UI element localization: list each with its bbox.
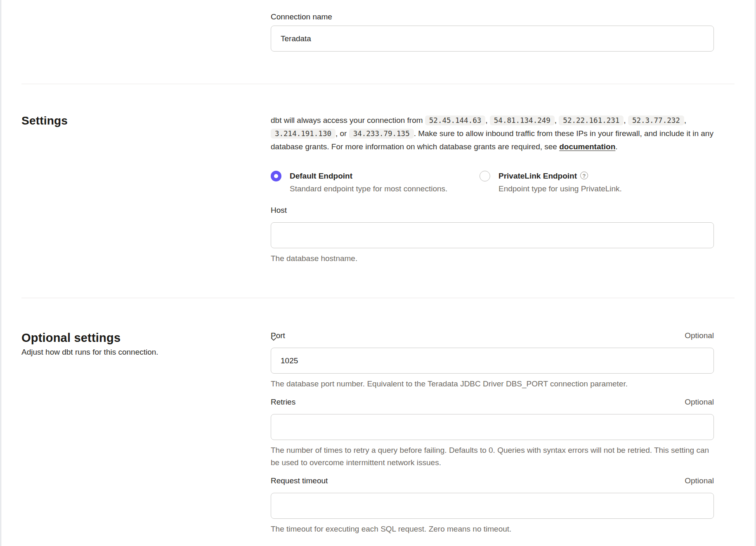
ip-address-badge: 54.81.134.249 [490, 115, 555, 125]
ip-address-badge: 52.3.77.232 [628, 115, 684, 125]
endpoint-option-privatelink-endpoint[interactable]: PrivateLink Endpoint?Endpoint type for u… [480, 169, 714, 195]
optional-badge: Optional [685, 397, 714, 407]
retries-input[interactable] [271, 414, 714, 440]
port-input[interactable] [271, 348, 714, 374]
request-timeout-label-row: Request timeoutOptional [271, 475, 714, 490]
optional-settings-section: Optional settings Adjust how dbt runs fo… [21, 298, 735, 542]
connection-name-label: Connection name [271, 12, 714, 22]
host-field: Host The database hostname. [271, 205, 714, 265]
retries-helper-text: The number of times to retry a query bef… [271, 444, 714, 469]
endpoint-option-default-endpoint[interactable]: Default EndpointStandard endpoint type f… [271, 169, 480, 195]
request-timeout-helper-text: The timeout for executing each SQL reque… [271, 523, 714, 535]
retries-label: Retries [271, 397, 295, 407]
retries-field: RetriesOptionalThe number of times to re… [271, 397, 714, 469]
ip-allowlist-notice: dbt will always access your connection f… [271, 114, 714, 153]
host-input[interactable] [271, 222, 714, 248]
host-label: Host [271, 205, 287, 216]
request-timeout-label: Request timeout [271, 475, 328, 486]
page: Connection name Settings dbt will always… [0, 0, 756, 546]
host-helper-text: The database hostname. [271, 252, 714, 265]
documentation-link[interactable]: documentation [559, 142, 615, 151]
request-timeout-input[interactable] [271, 493, 714, 519]
ip-address-badge: 3.214.191.130 [271, 129, 335, 139]
settings-title: Settings [21, 114, 271, 128]
endpoint-title: PrivateLink Endpoint [498, 169, 577, 182]
port-helper-text: The database port number. Equivalent to … [271, 378, 714, 390]
settings-section: Settings dbt will always access your con… [21, 84, 735, 298]
ip-address-badge: 52.22.161.231 [559, 115, 624, 125]
endpoint-title: Default Endpoint [290, 169, 352, 182]
endpoint-text-privatelink-endpoint: PrivateLink Endpoint?Endpoint type for u… [498, 169, 622, 195]
endpoint-description: Endpoint type for using PrivateLink. [498, 182, 622, 195]
optional-fields-container: PortOptionalThe database port number. Eq… [271, 330, 714, 542]
port-label-row: PortOptional [271, 330, 714, 344]
optional-badge: Optional [685, 475, 714, 486]
optional-settings-title: Optional settings [21, 330, 271, 345]
connection-name-section: Connection name [21, 0, 735, 84]
endpoint-radio-group: Default EndpointStandard endpoint type f… [271, 169, 714, 195]
ip-address-badge: 52.45.144.63 [425, 115, 485, 125]
optional-badge: Optional [685, 330, 714, 341]
ip-address-badge: 34.233.79.135 [349, 129, 414, 139]
radio-privatelink-endpoint[interactable] [480, 171, 490, 181]
collapse-optional-settings-button[interactable] [267, 333, 280, 346]
endpoint-text-default-endpoint: Default EndpointStandard endpoint type f… [290, 169, 447, 195]
connection-name-input[interactable] [271, 26, 714, 52]
chevron-down-icon [269, 334, 278, 344]
radio-default-endpoint[interactable] [271, 171, 281, 181]
port-field: PortOptionalThe database port number. Eq… [271, 330, 714, 390]
connection-name-left-spacer [21, 12, 271, 52]
connection-settings-card: Connection name Settings dbt will always… [1, 0, 755, 546]
help-icon[interactable]: ? [580, 172, 588, 179]
request-timeout-field: Request timeoutOptionalThe timeout for e… [271, 475, 714, 535]
endpoint-description: Standard endpoint type for most connecti… [290, 182, 447, 195]
optional-settings-subtitle: Adjust how dbt runs for this connection. [21, 346, 271, 358]
retries-label-row: RetriesOptional [271, 397, 714, 411]
